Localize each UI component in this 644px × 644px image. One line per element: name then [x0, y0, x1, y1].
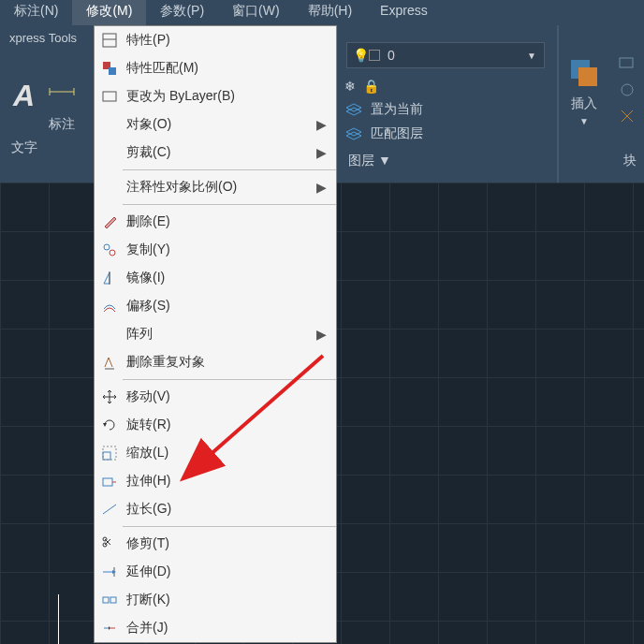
svg-marker-18	[103, 423, 107, 427]
annotate-label: 标注	[48, 109, 76, 133]
menu-item-label: 更改为 ByLayer(B)	[126, 88, 235, 105]
join-icon	[100, 619, 119, 637]
copy-icon	[100, 241, 119, 259]
svg-rect-6	[578, 67, 597, 86]
blank-icon	[100, 115, 119, 134]
block-panel-title: 块	[623, 153, 637, 169]
layer-color-swatch	[369, 50, 380, 61]
svg-rect-19	[103, 452, 110, 460]
menu-item-11[interactable]: 偏移(S)	[95, 292, 336, 320]
menu-item-0[interactable]: 特性(P)	[95, 26, 336, 54]
layer-icon[interactable]: ❄	[344, 79, 356, 94]
menu-item-label: 阵列	[126, 326, 153, 343]
break-icon	[100, 591, 119, 609]
ribbon-icon-1[interactable]	[616, 52, 638, 75]
svg-rect-28	[103, 597, 109, 603]
menu-item-label: 删除(E)	[126, 213, 170, 230]
menu-item-label: 延伸(D)	[126, 564, 170, 580]
menu-item-label: 拉伸(H)	[126, 473, 170, 490]
lightbulb-icon: 💡	[353, 48, 369, 63]
menu-2[interactable]: 参数(P)	[146, 0, 218, 25]
match-icon	[100, 59, 119, 78]
match-layer-button[interactable]: 匹配图层	[341, 122, 427, 146]
chevron-down-icon[interactable]: ▼	[567, 116, 601, 126]
menu-item-10[interactable]: 镜像(I)	[95, 264, 336, 292]
menu-item-label: 修剪(T)	[126, 535, 169, 552]
svg-point-15	[110, 250, 115, 256]
menu-item-21[interactable]: 修剪(T)	[95, 530, 336, 558]
svg-rect-7	[620, 58, 633, 67]
submenu-arrow-icon: ▶	[316, 117, 327, 132]
mirror-icon	[100, 269, 119, 287]
extend-icon	[100, 563, 119, 581]
menu-item-label: 剪裁(C)	[126, 144, 170, 161]
menu-item-12[interactable]: 阵列▶	[95, 320, 336, 348]
menu-item-23[interactable]: 打断(K)	[95, 586, 336, 614]
svg-rect-29	[110, 597, 116, 603]
scale-icon	[100, 444, 119, 462]
menu-item-17[interactable]: 缩放(L)	[95, 439, 336, 467]
menu-5[interactable]: Express	[366, 0, 442, 25]
set-current-button[interactable]: 置为当前	[341, 97, 427, 122]
menu-item-3[interactable]: 对象(O)▶	[95, 110, 336, 139]
rotate-icon	[100, 416, 119, 434]
menu-item-16[interactable]: 旋转(R)	[95, 411, 336, 439]
bylayer-icon	[100, 87, 119, 106]
svg-point-8	[622, 84, 633, 95]
menu-item-label: 特性(P)	[126, 32, 170, 49]
menu-item-24[interactable]: 合并(J)	[95, 614, 336, 642]
menu-item-19[interactable]: 拉长(G)	[95, 495, 336, 523]
express-tools-label: xpress Tools	[4, 29, 82, 47]
menu-item-18[interactable]: 拉伸(H)	[95, 467, 336, 495]
menu-1[interactable]: 修改(M)	[72, 0, 146, 25]
menu-item-22[interactable]: 延伸(D)	[95, 558, 336, 586]
menu-item-label: 特性匹配(M)	[126, 60, 198, 77]
layer-dropdown[interactable]: 💡 0 ▼	[346, 42, 545, 68]
text-tool-icon[interactable]: A	[4, 60, 44, 132]
menu-item-6[interactable]: 注释性对象比例(O)▶	[95, 173, 336, 201]
menu-item-label: 复制(Y)	[126, 242, 170, 258]
menu-item-1[interactable]: 特性匹配(M)	[95, 54, 336, 82]
svg-rect-13	[103, 92, 116, 101]
menu-0[interactable]: 标注(N)	[0, 0, 72, 25]
lock-icon[interactable]: 🔒	[363, 79, 379, 94]
menu-3[interactable]: 窗口(W)	[218, 0, 294, 25]
move-icon	[100, 388, 119, 406]
layers-icon	[344, 126, 363, 141]
menu-item-label: 旋转(R)	[126, 417, 170, 433]
insert-block-icon[interactable]	[567, 56, 601, 90]
submenu-arrow-icon: ▶	[316, 180, 327, 195]
menu-item-label: 注释性对象比例(O)	[126, 179, 237, 196]
menu-item-label: 打断(K)	[126, 592, 170, 608]
menu-item-4[interactable]: 剪裁(C)▶	[95, 139, 336, 167]
menu-item-label: 删除重复对象	[126, 354, 205, 371]
blank-icon	[100, 325, 119, 344]
svg-rect-20	[103, 446, 116, 460]
props-icon	[100, 31, 119, 50]
menu-item-15[interactable]: 移动(V)	[95, 383, 336, 411]
ribbon-icon-2[interactable]	[616, 79, 638, 101]
menu-4[interactable]: 帮助(H)	[294, 0, 366, 25]
layer-panel-title[interactable]: 图层 ▼	[348, 153, 391, 169]
menu-item-label: 移动(V)	[126, 388, 170, 405]
svg-rect-21	[103, 478, 112, 486]
blank-icon	[100, 178, 119, 197]
trim-icon	[100, 534, 119, 553]
menu-item-2[interactable]: 更改为 ByLayer(B)	[95, 82, 336, 110]
svg-point-14	[104, 244, 110, 250]
menu-item-9[interactable]: 复制(Y)	[95, 236, 336, 264]
menu-item-label: 拉长(G)	[126, 501, 171, 518]
menubar: 标注(N)修改(M)参数(P)窗口(W)帮助(H)Express	[0, 0, 644, 25]
modify-menu: 特性(P)特性匹配(M)更改为 ByLayer(B)对象(O)▶剪裁(C)▶注释…	[94, 25, 337, 643]
stretch-icon	[100, 472, 119, 490]
svg-marker-32	[109, 626, 110, 630]
svg-line-22	[103, 505, 116, 514]
insert-label[interactable]: 插入	[567, 95, 601, 112]
ribbon-icon-3[interactable]	[616, 105, 638, 127]
dimension-tool-icon[interactable]	[48, 60, 76, 109]
submenu-arrow-icon: ▶	[316, 145, 327, 160]
menu-item-13[interactable]: 删除重复对象	[95, 348, 336, 376]
menu-item-8[interactable]: 删除(E)	[95, 208, 336, 236]
svg-rect-12	[109, 67, 116, 75]
layer-name: 0	[388, 48, 395, 63]
